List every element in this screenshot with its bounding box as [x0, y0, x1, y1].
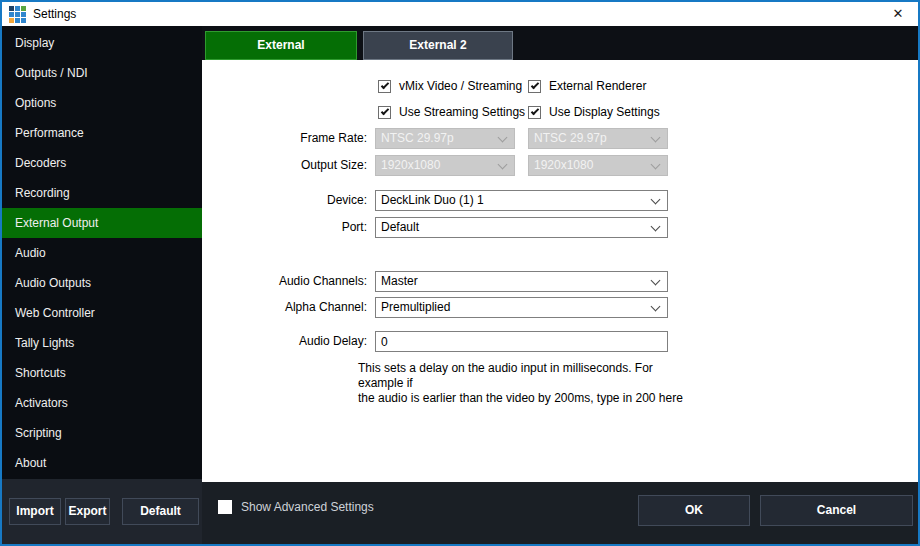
chevron-down-icon [651, 276, 661, 286]
checkbox-checked-icon [378, 106, 391, 119]
help-line-2: the audio is earlier than the video by 2… [358, 391, 698, 406]
selected-value: DeckLink Duo (1) 1 [381, 193, 484, 207]
show-advanced-settings-checkbox[interactable]: Show Advanced Settings [218, 500, 374, 514]
help-line-1: This sets a delay on the audio input in … [358, 361, 698, 391]
checkbox-label: Use Streaming Settings [399, 105, 525, 119]
output-size-select-1[interactable]: 1920x1080 [375, 155, 515, 176]
frame-rate-select-1[interactable]: NTSC 29.97p [375, 128, 515, 149]
alpha-channel-select[interactable]: Premultiplied [375, 297, 668, 318]
port-select[interactable]: Default [375, 217, 668, 238]
ok-button[interactable]: OK [638, 495, 750, 526]
sidebar-item-recording[interactable]: Recording [2, 178, 202, 208]
sidebar-item-performance[interactable]: Performance [2, 118, 202, 148]
frame-rate-select-2[interactable]: NTSC 29.97p [528, 128, 668, 149]
sidebar-item-tally-lights[interactable]: Tally Lights [2, 328, 202, 358]
checkbox-checked-icon [528, 106, 541, 119]
window-title: Settings [33, 2, 76, 26]
audio-delay-label: Audio Delay: [202, 331, 367, 352]
selected-value: Master [381, 274, 418, 288]
selected-value: 1920x1080 [381, 158, 440, 172]
checkbox-label: External Renderer [549, 79, 646, 93]
import-button[interactable]: Import [9, 498, 61, 525]
selected-value: Default [381, 220, 419, 234]
tab-external-2[interactable]: External 2 [363, 31, 513, 60]
selected-value: NTSC 29.97p [534, 131, 607, 145]
chevron-down-icon [498, 133, 508, 143]
sidebar: Display Outputs / NDI Options Performanc… [2, 26, 202, 479]
checkbox-vmix-video-streaming[interactable]: vMix Video / Streaming [378, 79, 522, 93]
output-size-label: Output Size: [202, 155, 367, 176]
tab-strip: External External 2 [202, 26, 918, 60]
audio-channels-label: Audio Channels: [202, 271, 367, 292]
chevron-down-icon [651, 195, 661, 205]
chevron-down-icon [651, 222, 661, 232]
titlebar: Settings ✕ [2, 2, 918, 26]
sidebar-item-display[interactable]: Display [2, 28, 202, 58]
checkbox-use-streaming-settings[interactable]: Use Streaming Settings [378, 105, 525, 119]
sidebar-item-outputs-ndi[interactable]: Outputs / NDI [2, 58, 202, 88]
selected-value: Premultiplied [381, 300, 450, 314]
footer-bar: Show Advanced Settings OK Cancel [202, 482, 918, 544]
chevron-down-icon [498, 160, 508, 170]
checkbox-checked-icon [528, 80, 541, 93]
port-label: Port: [202, 217, 367, 238]
sidebar-item-scripting[interactable]: Scripting [2, 418, 202, 448]
settings-window: Settings ✕ Display Outputs / NDI Options… [0, 0, 920, 546]
device-select[interactable]: DeckLink Duo (1) 1 [375, 190, 668, 211]
chevron-down-icon [651, 160, 661, 170]
checkbox-label: vMix Video / Streaming [399, 79, 522, 93]
chevron-down-icon [651, 133, 661, 143]
alpha-channel-label: Alpha Channel: [202, 297, 367, 318]
sidebar-item-audio-outputs[interactable]: Audio Outputs [2, 268, 202, 298]
audio-delay-help: This sets a delay on the audio input in … [358, 361, 698, 406]
sidebar-item-shortcuts[interactable]: Shortcuts [2, 358, 202, 388]
export-button[interactable]: Export [65, 498, 110, 525]
tab-external[interactable]: External [205, 31, 357, 60]
chevron-down-icon [651, 302, 661, 312]
sidebar-item-web-controller[interactable]: Web Controller [2, 298, 202, 328]
external-output-panel: vMix Video / Streaming External Renderer… [202, 60, 918, 482]
audio-delay-input[interactable] [375, 331, 668, 352]
checkbox-label: Use Display Settings [549, 105, 660, 119]
checkbox-unchecked-icon [218, 500, 232, 514]
checkbox-label: Show Advanced Settings [241, 500, 374, 514]
checkbox-use-display-settings[interactable]: Use Display Settings [528, 105, 660, 119]
sidebar-item-external-output[interactable]: External Output [2, 208, 202, 238]
sidebar-item-decoders[interactable]: Decoders [2, 148, 202, 178]
close-icon[interactable]: ✕ [887, 2, 909, 26]
output-size-select-2[interactable]: 1920x1080 [528, 155, 668, 176]
checkbox-checked-icon [378, 80, 391, 93]
sidebar-item-about[interactable]: About [2, 448, 202, 478]
frame-rate-label: Frame Rate: [202, 128, 367, 149]
default-button[interactable]: Default [122, 498, 199, 525]
vmix-logo-icon [9, 6, 26, 23]
sidebar-item-options[interactable]: Options [2, 88, 202, 118]
checkbox-external-renderer[interactable]: External Renderer [528, 79, 646, 93]
cancel-button[interactable]: Cancel [760, 495, 913, 526]
sidebar-footer: Import Export Default [2, 479, 202, 544]
device-label: Device: [202, 190, 367, 211]
sidebar-item-audio[interactable]: Audio [2, 238, 202, 268]
selected-value: 1920x1080 [534, 158, 593, 172]
audio-channels-select[interactable]: Master [375, 271, 668, 292]
sidebar-item-activators[interactable]: Activators [2, 388, 202, 418]
selected-value: NTSC 29.97p [381, 131, 454, 145]
